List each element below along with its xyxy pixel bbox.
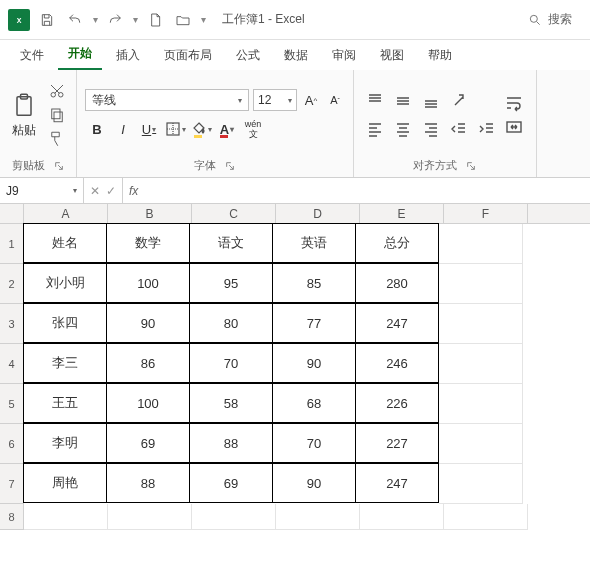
qat-overflow-icon[interactable]: ▾ [198, 14, 208, 25]
select-all-corner[interactable] [0, 204, 24, 223]
spreadsheet-grid[interactable]: ABCDEF 1姓名数学语文英语总分2刘小明10095852803张四90807… [0, 204, 590, 530]
cell[interactable]: 数学 [106, 223, 190, 263]
border-button[interactable]: ▾ [163, 117, 187, 141]
cell[interactable]: 69 [106, 423, 190, 463]
search-box[interactable]: 搜索 [518, 7, 582, 32]
cell[interactable] [439, 384, 523, 424]
row-header[interactable]: 5 [0, 384, 24, 424]
underline-button[interactable]: U▾ [137, 117, 161, 141]
phonetic-button[interactable]: wén文 [241, 117, 265, 141]
column-header[interactable]: D [276, 204, 360, 223]
cell[interactable]: 95 [189, 263, 273, 303]
tab-review[interactable]: 审阅 [322, 41, 366, 70]
fx-icon[interactable]: fx [123, 178, 144, 203]
name-box[interactable]: J9▾ [0, 178, 84, 203]
cell[interactable]: 69 [189, 463, 273, 503]
row-header[interactable]: 6 [0, 424, 24, 464]
paste-button[interactable]: 粘贴 [8, 90, 40, 141]
tab-layout[interactable]: 页面布局 [154, 41, 222, 70]
cell[interactable]: 80 [189, 303, 273, 343]
cell[interactable] [360, 504, 444, 530]
tab-data[interactable]: 数据 [274, 41, 318, 70]
cell[interactable]: 246 [355, 343, 439, 383]
font-name-select[interactable]: 等线▾ [85, 89, 249, 111]
cell[interactable]: 张四 [23, 303, 107, 343]
cell[interactable]: 周艳 [23, 463, 107, 503]
bold-button[interactable]: B [85, 117, 109, 141]
column-header[interactable]: A [24, 204, 108, 223]
cell[interactable]: 90 [272, 343, 356, 383]
align-left-icon[interactable] [362, 116, 388, 142]
cell[interactable]: 227 [355, 423, 439, 463]
cell[interactable]: 86 [106, 343, 190, 383]
font-color-button[interactable]: A▾ [215, 117, 239, 141]
column-header[interactable]: B [108, 204, 192, 223]
cell[interactable] [439, 304, 523, 344]
cell[interactable]: 英语 [272, 223, 356, 263]
cut-icon[interactable] [46, 80, 68, 102]
column-header[interactable]: C [192, 204, 276, 223]
decrease-indent-icon[interactable] [446, 116, 472, 142]
cell[interactable]: 语文 [189, 223, 273, 263]
align-right-icon[interactable] [418, 116, 444, 142]
cancel-formula-icon[interactable]: ✕ [90, 184, 100, 198]
orientation-icon[interactable] [446, 88, 472, 114]
formula-input[interactable] [144, 178, 590, 203]
cell[interactable]: 85 [272, 263, 356, 303]
align-top-icon[interactable] [362, 88, 388, 114]
cell[interactable]: 70 [272, 423, 356, 463]
dropdown-caret-icon[interactable]: ▾ [90, 14, 100, 25]
cell[interactable]: 247 [355, 463, 439, 503]
font-size-select[interactable]: 12▾ [253, 89, 297, 111]
cell[interactable]: 88 [106, 463, 190, 503]
cell[interactable] [444, 504, 528, 530]
cell[interactable]: 90 [272, 463, 356, 503]
merge-center-icon[interactable] [504, 117, 524, 137]
italic-button[interactable]: I [111, 117, 135, 141]
wrap-text-icon[interactable] [504, 93, 524, 113]
row-header[interactable]: 8 [0, 504, 24, 530]
cell[interactable]: 总分 [355, 223, 439, 263]
cell[interactable]: 68 [272, 383, 356, 423]
cell[interactable]: 李明 [23, 423, 107, 463]
align-middle-icon[interactable] [390, 88, 416, 114]
cell[interactable]: 90 [106, 303, 190, 343]
row-header[interactable]: 4 [0, 344, 24, 384]
cell[interactable] [24, 504, 108, 530]
fill-color-button[interactable]: ▾ [189, 117, 213, 141]
cell[interactable] [439, 464, 523, 504]
cell[interactable] [439, 224, 523, 264]
cell[interactable] [439, 344, 523, 384]
cell[interactable]: 姓名 [23, 223, 107, 263]
tab-insert[interactable]: 插入 [106, 41, 150, 70]
cell[interactable]: 刘小明 [23, 263, 107, 303]
row-header[interactable]: 1 [0, 224, 24, 264]
row-header[interactable]: 7 [0, 464, 24, 504]
new-file-icon[interactable] [142, 7, 168, 33]
increase-font-icon[interactable]: A^ [301, 89, 321, 111]
increase-indent-icon[interactable] [474, 116, 500, 142]
cell[interactable]: 70 [189, 343, 273, 383]
tab-formulas[interactable]: 公式 [226, 41, 270, 70]
row-header[interactable]: 2 [0, 264, 24, 304]
tab-home[interactable]: 开始 [58, 39, 102, 70]
redo-icon[interactable] [102, 7, 128, 33]
cell[interactable]: 王五 [23, 383, 107, 423]
cell[interactable]: 李三 [23, 343, 107, 383]
align-center-icon[interactable] [390, 116, 416, 142]
tab-file[interactable]: 文件 [10, 41, 54, 70]
cell[interactable]: 77 [272, 303, 356, 343]
column-header[interactable]: E [360, 204, 444, 223]
clipboard-launcher-icon[interactable] [53, 160, 65, 172]
accept-formula-icon[interactable]: ✓ [106, 184, 116, 198]
dropdown-caret-icon[interactable]: ▾ [130, 14, 140, 25]
align-bottom-icon[interactable] [418, 88, 444, 114]
cell[interactable]: 100 [106, 263, 190, 303]
align-launcher-icon[interactable] [465, 160, 477, 172]
column-header[interactable]: F [444, 204, 528, 223]
tab-help[interactable]: 帮助 [418, 41, 462, 70]
save-icon[interactable] [34, 7, 60, 33]
cell[interactable]: 100 [106, 383, 190, 423]
cell[interactable] [108, 504, 192, 530]
undo-icon[interactable] [62, 7, 88, 33]
